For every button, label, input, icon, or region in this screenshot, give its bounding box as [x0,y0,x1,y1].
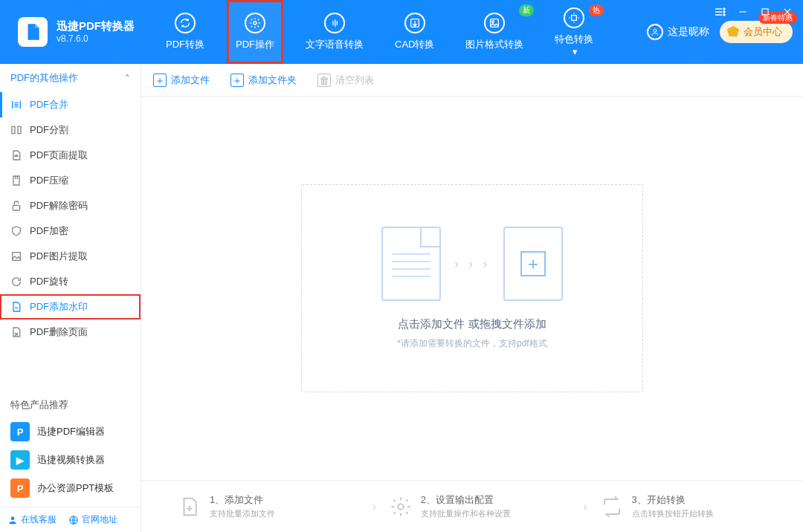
sidebar-item-delete-page[interactable]: PDF删除页面 [0,319,141,345]
support-link[interactable]: 在线客服 [7,513,57,526]
app-version: v8.7.6.0 [57,33,135,45]
minimize-icon[interactable] [738,7,748,17]
add-file-button[interactable]: ＋添加文件 [153,74,210,87]
app-logo [18,17,48,47]
svg-point-15 [398,504,404,510]
bottom-links: 在线客服 官网地址 [0,507,141,532]
user-block[interactable]: 这是昵称 [647,24,709,40]
user-icon [647,24,663,40]
svg-rect-11 [13,205,19,210]
nav-image[interactable]: 新 图片格式转换 [457,0,532,64]
drop-graphic: › › › ＋ [381,227,563,301]
svg-point-6 [723,11,725,13]
image-icon [484,13,505,33]
sidebar-item-unlock[interactable]: PDF解除密码 [0,193,141,218]
svg-point-5 [723,8,725,10]
image-extract-icon [10,250,22,262]
chevron-right-icon: › [372,500,375,513]
sidebar-list: PDF合并 PDF分割 PDF页面提取 PDF压缩 PDF解除密码 PDF加密 … [0,92,141,345]
nav-cad[interactable]: CAD转换 [386,0,443,64]
svg-rect-9 [12,126,15,133]
menu-icon[interactable] [714,6,726,18]
promo-ppt-template[interactable]: P办公资源PPT模板 [6,474,135,502]
toolbar: ＋添加文件 ＋添加文件夹 🗑清空列表 [141,64,803,97]
window-controls [714,6,793,18]
sidebar-item-compress[interactable]: PDF压缩 [0,168,141,193]
badge-new: 新 [519,4,534,16]
nav-pdf-convert[interactable]: PDF转换 [157,0,213,64]
file-plus-icon [178,496,201,518]
sidebar-header[interactable]: PDF的其他操作 ˄ [0,64,141,92]
ppt-icon: P [10,479,30,498]
settings-icon [390,496,412,518]
chevron-down-icon: ▾ [573,46,578,57]
app-title: 迅捷PDF转换器 [57,19,135,33]
folder-plus-icon: ＋ [230,74,244,87]
close-icon[interactable] [782,7,793,17]
arrows-icon: › › › [454,256,490,272]
nav-pdf-operate[interactable]: PDF操作 [227,0,283,64]
user-nickname: 这是昵称 [668,25,709,39]
app-title-block: 迅捷PDF转换器 v8.7.6.0 [57,19,135,45]
add-document-icon: ＋ [503,227,563,301]
svg-rect-12 [13,253,21,261]
svg-rect-8 [762,9,768,15]
svg-rect-10 [18,126,21,133]
titlebar: 迅捷PDF转换器 v8.7.6.0 PDF转换 PDF操作 文字语音转换 CAD… [0,0,803,64]
rotate-icon [10,276,22,288]
svg-point-4 [654,29,657,32]
sidebar-item-watermark[interactable]: PDF添加水印 [0,294,141,319]
site-link[interactable]: 官网地址 [68,513,117,526]
drop-sub: *请添加需要转换的文件，支持pdf格式 [397,337,546,350]
promo-pdf-editor[interactable]: P迅捷PDF编辑器 [6,418,135,446]
convert-icon [175,13,196,33]
pdf-editor-icon: P [10,422,30,441]
svg-point-0 [254,22,257,25]
svg-point-3 [492,21,494,23]
step-2: 2、设置输出配置支持批量操作和各种设置 [390,493,570,519]
chevron-right-icon: › [583,500,587,513]
titlebar-right: 这是昵称 新春特惠 会员中心 [647,21,803,43]
star-icon [564,7,584,28]
plus-icon: ＋ [153,74,167,87]
main-area: ＋添加文件 ＋添加文件夹 🗑清空列表 › › › ＋ 点击添加文件 或拖拽文件添… [141,64,803,532]
compress-icon [10,175,22,186]
cad-icon [404,13,425,33]
sidebar-item-extract-img[interactable]: PDF图片提取 [0,244,141,269]
maximize-icon[interactable] [760,7,770,17]
sidebar-item-extract-page[interactable]: PDF页面提取 [0,143,141,168]
sidebar-item-encrypt[interactable]: PDF加密 [0,218,141,244]
nav-special[interactable]: 热 特色转换 ▾ [546,0,602,64]
split-icon [10,124,22,136]
promo-video-converter[interactable]: ▶迅捷视频转换器 [6,446,135,474]
add-folder-button[interactable]: ＋添加文件夹 [230,74,297,87]
nav-text-audio[interactable]: 文字语音转换 [297,0,373,64]
trash-icon: 🗑 [317,74,331,87]
badge-hot: 热 [589,4,604,16]
top-nav: PDF转换 PDF操作 文字语音转换 CAD转换 新 图片格式转换 热 特色转换… [157,0,602,64]
vip-button[interactable]: 新春特惠 会员中心 [720,21,793,43]
promo-title: 特色产品推荐 [10,398,130,412]
convert-start-icon [601,496,623,518]
unlock-icon [10,200,22,212]
clear-list-button[interactable]: 🗑清空列表 [317,74,374,87]
drop-title: 点击添加文件 或拖拽文件添加 [398,317,546,331]
audio-icon [324,13,345,33]
drop-area: › › › ＋ 点击添加文件 或拖拽文件添加 *请添加需要转换的文件，支持pdf… [141,97,803,480]
gear-icon [245,13,265,33]
svg-point-13 [11,516,15,520]
watermark-icon [10,301,22,313]
step-3: 3、开始转换点击转换按钮开始转换 [601,493,781,519]
sidebar-item-rotate[interactable]: PDF旋转 [0,269,141,294]
drop-zone[interactable]: › › › ＋ 点击添加文件 或拖拽文件添加 *请添加需要转换的文件，支持pdf… [301,184,643,392]
sidebar: PDF的其他操作 ˄ PDF合并 PDF分割 PDF页面提取 PDF压缩 PDF… [0,64,141,532]
sidebar-item-merge[interactable]: PDF合并 [0,92,141,117]
promo-block: 特色产品推荐 P迅捷PDF编辑器 ▶迅捷视频转换器 P办公资源PPT模板 [0,391,141,507]
video-icon: ▶ [10,450,30,470]
delete-page-icon [10,326,22,338]
svg-rect-2 [491,19,499,27]
shield-icon [10,225,22,237]
page-icon [10,149,22,161]
sidebar-item-split[interactable]: PDF分割 [0,117,141,143]
svg-point-7 [723,14,725,16]
